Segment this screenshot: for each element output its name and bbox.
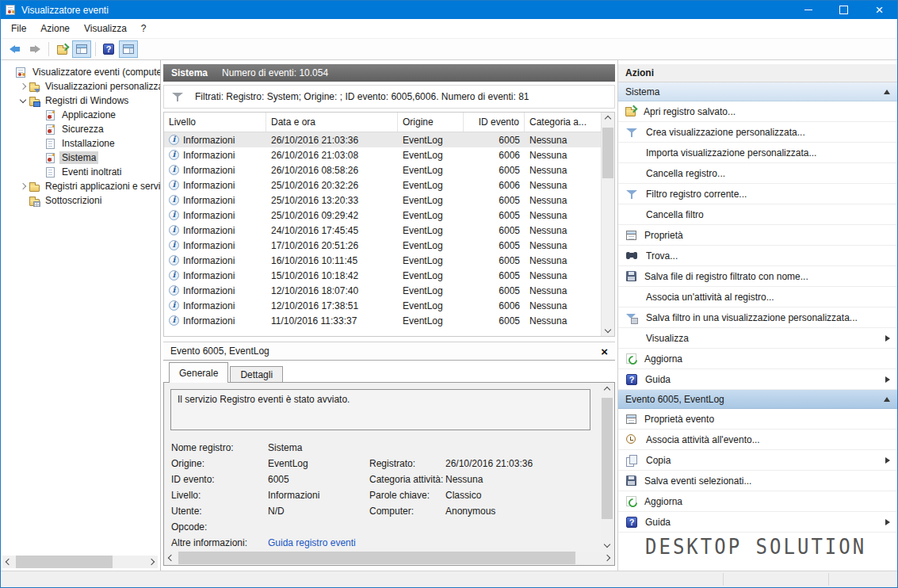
event-category: Nessuna [525,270,601,281]
table-row[interactable]: Informazioni25/10/2016 20:32:26EventLog6… [164,178,601,193]
action-item[interactable]: Trova... [618,246,897,266]
action-section-header[interactable]: Sistema [618,82,897,101]
column-header[interactable]: Livello [164,113,266,132]
column-header[interactable]: ID evento [464,113,525,132]
close-button[interactable] [862,1,897,19]
detail-vertical-scrollbar[interactable] [601,384,613,551]
action-item-label: Cancella filtro [646,209,890,220]
action-item[interactable]: Associa attività all'evento... [618,430,897,450]
table-row[interactable]: Informazioni17/10/2016 20:51:26EventLog6… [164,238,601,253]
expanded-chevron-icon[interactable] [17,94,29,107]
action-item-label: Salva file di registro filtrato con nome… [644,271,890,282]
show-console-tree-button[interactable] [72,40,91,58]
detail-horizontal-scrollbar[interactable] [165,552,613,564]
show-action-pane-button[interactable] [119,40,138,58]
close-icon[interactable] [601,346,608,357]
table-vertical-scrollbar[interactable] [601,113,614,336]
action-item[interactable]: Salva eventi selezionati... [618,471,897,491]
scroll-right-icon[interactable] [145,556,158,568]
table-row[interactable]: Informazioni24/10/2016 17:45:45EventLog6… [164,223,601,238]
submenu-arrow-icon [885,457,890,464]
tree-item[interactable]: Sottoscrizioni [1,193,160,208]
action-item[interactable]: Guida [618,512,897,533]
filter-summary: Filtrati: Registro: System; Origine: ; I… [195,91,529,102]
event-log-help-link[interactable]: Guida registro eventi [268,537,369,548]
table-row[interactable]: Informazioni12/10/2016 18:07:40EventLog6… [164,283,601,298]
tree-item[interactable]: Registri di Windows [1,94,160,108]
event-source: EventLog [398,270,464,281]
action-item[interactable]: Crea visualizzazione personalizzata... [618,122,897,143]
action-item[interactable]: Salva filtro in una visualizzazione pers… [618,307,897,328]
menu-file[interactable]: File [4,19,33,38]
action-item[interactable]: Proprietà evento [618,409,897,430]
collapse-icon[interactable] [884,397,890,402]
collapsed-chevron-icon[interactable] [17,180,29,193]
open-saved-log-button[interactable] [52,40,71,58]
forward-button[interactable] [25,40,44,58]
menu-azione[interactable]: Azione [33,19,77,38]
funnel-icon [625,126,638,139]
scroll-down-icon[interactable] [601,538,613,551]
column-header[interactable]: Origine [398,113,464,132]
tree-horizontal-scrollbar[interactable] [2,556,158,568]
table-row[interactable]: Informazioni26/10/2016 08:58:26EventLog6… [164,162,601,178]
menu-help[interactable]: ? [134,19,154,38]
tree-item-label: Sistema [59,151,98,164]
scrollbar-thumb[interactable] [602,398,613,519]
tree-item[interactable]: Registri applicazioni e servizi [1,179,160,193]
table-row[interactable]: Informazioni25/10/2016 09:29:42EventLog6… [164,208,601,223]
minimize-button[interactable] [790,1,826,19]
field-value: N/D [268,506,369,517]
scroll-up-icon[interactable] [601,384,613,396]
tree-item[interactable]: Installazione [1,136,160,151]
help-button[interactable] [99,40,118,58]
action-section-header[interactable]: Evento 6005, EventLog [618,390,897,409]
action-item[interactable]: Guida [618,369,897,390]
action-item[interactable]: Aggiorna [618,491,897,512]
tree-item[interactable]: Eventi inoltrati [1,165,160,179]
action-item[interactable]: Importa visualizzazione personalizzata..… [618,143,897,163]
filter-bar: Filtrati: Registro: System; Origine: ; I… [163,85,615,109]
scroll-up-icon[interactable] [602,113,614,125]
scroll-left-icon[interactable] [2,556,15,568]
action-item[interactable]: Associa un'attività al registro... [618,287,897,307]
maximize-button[interactable] [826,1,862,19]
table-row[interactable]: Informazioni26/10/2016 21:03:36EventLog6… [164,132,601,147]
table-row[interactable]: Informazioni26/10/2016 21:03:08EventLog6… [164,147,601,162]
scrollbar-thumb[interactable] [178,552,575,564]
scrollbar-thumb[interactable] [16,556,113,568]
table-row[interactable]: Informazioni15/10/2016 10:18:42EventLog6… [164,268,601,283]
tree-item[interactable]: Visualizzatore eventi (computer [1,65,160,79]
column-header[interactable]: Categoria a... [525,113,601,132]
menu-visualizza[interactable]: Visualizza [77,19,134,38]
back-button[interactable] [6,40,25,58]
action-item[interactable]: Copia [618,450,897,471]
action-item[interactable]: Visualizza [618,328,897,349]
action-item[interactable]: Proprietà [618,225,897,246]
table-row[interactable]: Informazioni16/10/2016 10:11:45EventLog6… [164,253,601,268]
action-item[interactable]: Filtro registro corrente... [618,184,897,204]
action-item[interactable]: Apri registro salvato... [618,101,897,122]
collapse-icon[interactable] [884,90,890,94]
tree-item[interactable]: Sistema [1,151,160,165]
table-row[interactable]: Informazioni12/10/2016 17:38:51EventLog6… [164,298,601,313]
action-item[interactable]: Salva file di registro filtrato con nome… [618,266,897,287]
action-item[interactable]: Aggiorna [618,349,897,369]
table-row[interactable]: Informazioni25/10/2016 13:20:33EventLog6… [164,193,601,208]
scroll-right-icon[interactable] [601,552,613,564]
tab-dettagli[interactable]: Dettagli [230,366,283,383]
scroll-down-icon[interactable] [602,323,614,336]
tree-item[interactable]: Visualizzazioni personalizzate [1,79,160,94]
tab-generale[interactable]: Generale [169,362,228,383]
collapsed-chevron-icon[interactable] [17,80,29,93]
page-dot-icon [46,153,55,163]
action-item[interactable]: Cancella registro... [618,163,897,184]
scrollbar-thumb[interactable] [602,128,613,178]
scroll-left-icon[interactable] [165,552,178,564]
column-header[interactable]: Data e ora [266,113,398,132]
action-item[interactable]: Cancella filtro [618,204,897,225]
tree-item[interactable]: Applicazione [1,108,160,122]
tree-item[interactable]: Sicurezza [1,122,160,136]
table-row[interactable]: Informazioni11/10/2016 11:33:37EventLog6… [164,313,601,328]
event-source: EventLog [398,135,464,146]
